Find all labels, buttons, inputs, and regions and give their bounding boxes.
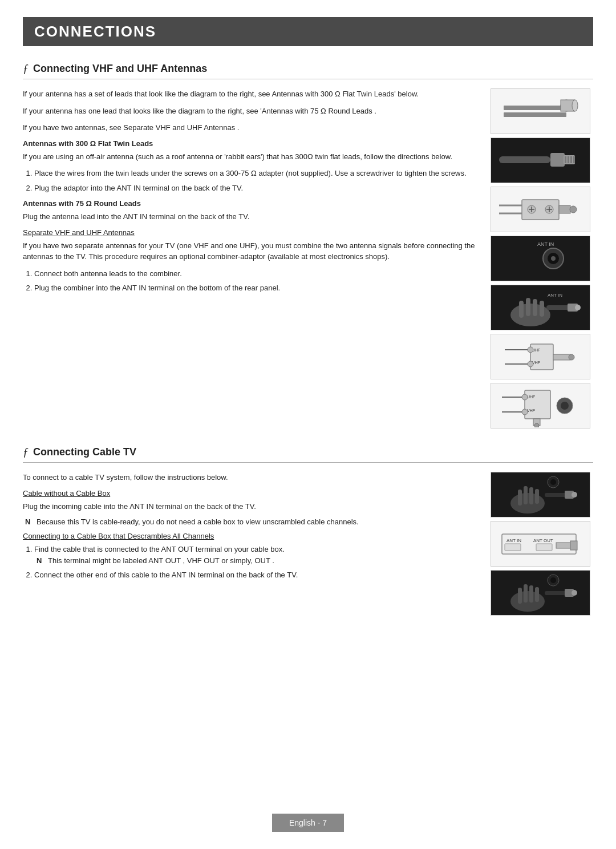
svg-rect-21 <box>559 205 570 213</box>
diagram-cable-hand-1 <box>491 472 590 518</box>
cable-box-title: Connecting to a Cable Box that Descrambl… <box>23 532 479 540</box>
svg-rect-29 <box>526 298 530 316</box>
svg-rect-70 <box>536 544 552 551</box>
svg-rect-28 <box>519 301 524 318</box>
cable-box-step1: Find the cable that is connected to the … <box>34 544 479 566</box>
cable-hand2-svg <box>496 572 585 614</box>
diagram-round-lead <box>491 138 590 183</box>
svg-rect-71 <box>556 543 572 548</box>
svg-point-40 <box>528 361 533 367</box>
svg-text:ANT IN: ANT IN <box>537 241 554 247</box>
cable-box-note1-text: This terminal might be labeled ANT OUT ,… <box>48 555 274 567</box>
svg-rect-8 <box>565 156 566 163</box>
svg-rect-74 <box>518 588 522 604</box>
combiner2-svg: UHF VHF <box>496 385 585 427</box>
adapter-svg <box>496 188 585 231</box>
svg-point-44 <box>569 354 574 360</box>
svg-rect-30 <box>533 299 537 316</box>
cable-no-box-title: Cable without a Cable Box <box>23 489 479 498</box>
cable-box-step2: Connect the other end of this cable to t… <box>34 569 479 581</box>
section1-intro1: If your antenna has a set of leads that … <box>23 88 479 100</box>
cable-box-note1: N This terminal might be labeled ANT OUT… <box>37 555 479 567</box>
note-label-n: N <box>25 518 33 526</box>
cable-box-steps: Find the cable that is connected to the … <box>34 544 479 581</box>
page-footer: English - 7 <box>0 814 616 832</box>
svg-rect-43 <box>553 354 570 360</box>
section1-heading: Connecting VHF and UHF Antennas <box>33 63 207 75</box>
svg-point-39 <box>528 347 533 353</box>
svg-rect-77 <box>535 587 539 602</box>
section2-heading: Connecting Cable TV <box>33 446 136 458</box>
svg-text:ANT IN: ANT IN <box>506 538 521 543</box>
diagram-flat-twin-antenna <box>491 88 590 134</box>
sub2-title: Antennas with 75 Ω Round Leads <box>23 199 479 208</box>
svg-rect-32 <box>546 305 569 310</box>
diagram-adapter <box>491 187 590 232</box>
diagram-cable-hand-2 <box>491 570 590 616</box>
svg-rect-0 <box>504 106 566 110</box>
svg-point-34 <box>575 305 581 310</box>
svg-point-53 <box>534 423 539 427</box>
svg-point-48 <box>522 394 528 400</box>
sub1-steps: Place the wires from the twin leads unde… <box>34 168 479 193</box>
sub1-body: If you are using an off-air antenna (suc… <box>23 151 479 163</box>
svg-text:UHF: UHF <box>527 395 535 399</box>
section1-intro3: If you have two antennas, see Separate V… <box>23 122 479 134</box>
flat-twin-svg <box>498 91 583 131</box>
section2-italic: ƒ <box>23 446 29 459</box>
sub2-body: Plug the antenna lead into the ANT IN te… <box>23 211 479 223</box>
cable-note: N Because this TV is cable-ready, you do… <box>25 518 479 526</box>
svg-text:ANT IN: ANT IN <box>548 293 562 298</box>
section2-content: To connect to a cable TV system, follow … <box>23 472 593 616</box>
connections-header: CONNECTIONS <box>23 17 593 46</box>
section1-content: If your antenna has a set of leads that … <box>23 88 593 428</box>
svg-rect-76 <box>529 585 533 603</box>
svg-point-80 <box>572 590 577 596</box>
svg-point-22 <box>570 206 577 213</box>
ant-in-out-svg: ANT IN ANT OUT <box>496 523 585 565</box>
sub1-step2: Plug the adaptor into the ANT IN termina… <box>34 183 479 194</box>
note-label-n2: N <box>37 555 44 567</box>
section2-intro: To connect to a cable TV system, follow … <box>23 472 479 483</box>
diagram-combiner-1: UHF VHF <box>491 334 590 379</box>
svg-rect-68 <box>505 544 521 551</box>
round-lead-svg <box>496 140 585 180</box>
section2-images: ANT IN ANT OUT <box>491 472 593 616</box>
hand-plug-svg: ANT IN <box>496 286 585 329</box>
section1-images: ANT IN <box>491 88 593 428</box>
svg-rect-59 <box>529 487 533 504</box>
svg-rect-78 <box>545 591 566 595</box>
footer-label: English - 7 <box>272 814 344 832</box>
section2-text: To connect to a cable TV system, follow … <box>23 472 479 616</box>
sub1-step1: Place the wires from the twin leads unde… <box>34 168 479 179</box>
svg-rect-1 <box>504 112 566 117</box>
svg-rect-72 <box>570 541 577 550</box>
svg-point-65 <box>550 479 556 485</box>
svg-rect-58 <box>524 486 528 504</box>
svg-point-49 <box>522 409 528 415</box>
svg-point-63 <box>572 492 577 498</box>
diagram-combiner-2: UHF VHF <box>491 383 590 428</box>
svg-point-25 <box>551 256 556 261</box>
section2-title-bar: ƒ Connecting Cable TV <box>23 446 593 463</box>
sub3-body: If you have two separate antennas for yo… <box>23 240 479 262</box>
diagram-ant-in-plug: ANT IN <box>491 236 590 281</box>
section1-text: If your antenna has a set of leads that … <box>23 88 479 428</box>
svg-text:VHF: VHF <box>527 409 535 413</box>
svg-rect-57 <box>518 490 522 506</box>
sub1-title: Antennas with 300 Ω Flat Twin Leads <box>23 139 479 148</box>
svg-text:ANT OUT: ANT OUT <box>533 538 553 543</box>
diagram-hand-plug-1: ANT IN <box>491 285 590 330</box>
section1-title-bar: ƒ Connecting VHF and UHF Antennas <box>23 62 593 79</box>
diagram-ant-in-out: ANT IN ANT OUT <box>491 521 590 567</box>
cable-hand1-svg <box>496 474 585 516</box>
section1-italic: ƒ <box>23 62 29 75</box>
svg-rect-75 <box>524 584 528 603</box>
svg-rect-6 <box>550 153 565 167</box>
svg-rect-11 <box>573 156 575 163</box>
page: CONNECTIONS ƒ Connecting VHF and UHF Ant… <box>0 0 616 849</box>
cable-no-box-body: Plug the incoming cable into the ANT IN … <box>23 501 479 512</box>
sub3-title: Separate VHF and UHF Antennas <box>23 228 479 237</box>
cable-note-text: Because this TV is cable-ready, you do n… <box>37 518 359 526</box>
svg-point-55 <box>561 402 569 410</box>
